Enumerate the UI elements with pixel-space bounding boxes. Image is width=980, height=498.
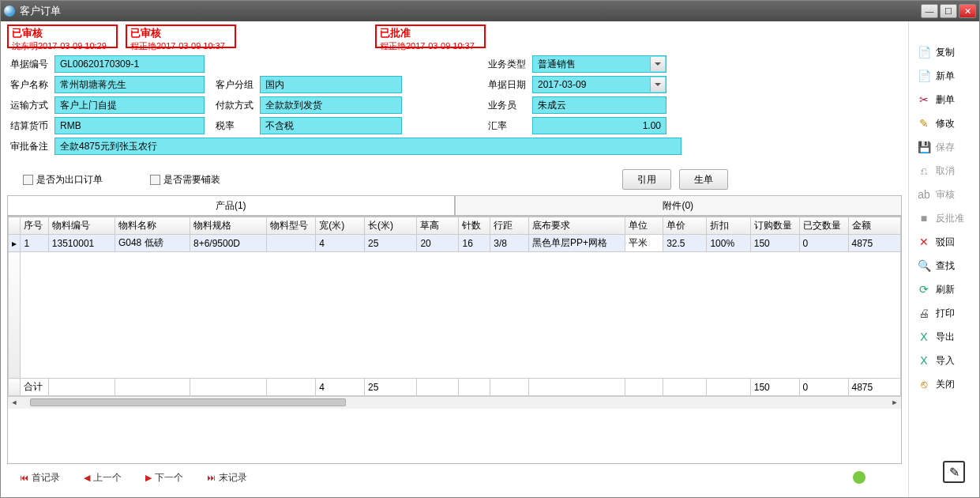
table-row [9, 252, 901, 379]
approval-stamps: 已审核 沈东明2017-03-09 10:29 已审核 程正艳2017-03-0… [7, 25, 902, 48]
export-icon: X [917, 330, 931, 344]
sidebar-item-del[interactable]: ✂删单 [912, 88, 976, 111]
grid-total-cell: 25 [365, 379, 417, 396]
sidebar-item-refresh[interactable]: ⟳刷新 [912, 277, 976, 301]
sidebar-item-label: 反批准 [936, 212, 964, 225]
tab-attachments[interactable]: 附件(0) [455, 195, 903, 215]
sidebar-item-label: 复制 [936, 46, 955, 59]
main-panel: 已审核 沈东明2017-03-09 10:29 已审核 程正艳2017-03-0… [1, 21, 908, 497]
grid-column-header[interactable]: 序号 [21, 217, 48, 235]
grid-column-header[interactable]: 单价 [663, 217, 707, 235]
header-form: 单据编号 GL00620170309-1 业务类型 普通销售 客户名称 常州胡塘… [7, 55, 902, 156]
grid-cell[interactable]: 4875 [848, 235, 900, 252]
grid-column-header[interactable]: 草高 [417, 217, 459, 235]
grid-cell[interactable]: 0 [799, 235, 848, 252]
grid-total-cell [625, 379, 663, 396]
prev-record-button[interactable]: ◀上一个 [84, 471, 122, 485]
checkbox-icon [23, 175, 33, 185]
grid-cell[interactable]: 16 [459, 235, 490, 252]
first-icon: ⏮ [20, 473, 28, 482]
scroll-thumb[interactable] [30, 398, 346, 406]
grid-column-header[interactable]: 物料规格 [190, 217, 266, 235]
ship-field[interactable]: 客户上门自提 [54, 96, 205, 114]
cancel-icon: ⎌ [917, 164, 931, 178]
grid-total-cell [707, 379, 750, 396]
app-icon [4, 6, 15, 17]
grid-column-header[interactable]: 宽(米) [316, 217, 365, 235]
note-field[interactable]: 全款4875元到张玉农行 [54, 138, 681, 155]
grid-cell[interactable]: 150 [750, 235, 799, 252]
sidebar-item-print[interactable]: 🖨打印 [912, 301, 976, 325]
sidebar-item-import[interactable]: X导入 [912, 349, 976, 372]
tax-field[interactable]: 不含税 [260, 117, 402, 134]
sidebar-item-reject[interactable]: ✕驳回 [912, 230, 976, 254]
grid-cell[interactable]: 20 [417, 235, 459, 252]
last-record-button[interactable]: ⏭末记录 [207, 471, 247, 485]
first-record-button[interactable]: ⏮首记录 [20, 471, 60, 485]
generate-button[interactable]: 生单 [679, 169, 728, 190]
window-root: 客户订单 — ☐ ✕ 已审核 沈东明2017-03-09 10:29 已审核 程… [0, 0, 980, 498]
sidebar-item-edit[interactable]: ✎修改 [912, 111, 976, 135]
grid-cell[interactable]: 25 [365, 235, 417, 252]
customer-field[interactable]: 常州胡塘蒋先生 [54, 76, 205, 93]
sidebar-item-label: 查找 [936, 259, 955, 273]
grid-column-header[interactable]: 长(米) [365, 217, 417, 235]
quote-button[interactable]: 引用 [622, 169, 671, 190]
grid-cell[interactable]: 3/8 [490, 235, 529, 252]
grid-column-header[interactable]: 行距 [490, 217, 529, 235]
sidebar-item-export[interactable]: X导出 [912, 325, 976, 349]
print-icon: 🖨 [917, 306, 931, 320]
minimize-button[interactable]: — [921, 4, 938, 18]
del-icon: ✂ [917, 92, 931, 107]
note-icon[interactable]: ✎ [943, 461, 965, 483]
cust-group-field[interactable]: 国内 [260, 76, 402, 93]
grid-cell[interactable]: 4 [316, 235, 365, 252]
grid-cell[interactable]: 黑色单层PP+网格 [528, 235, 625, 252]
grid-column-header[interactable]: 针数 [459, 217, 490, 235]
pay-field[interactable]: 全款款到发货 [260, 96, 402, 114]
grid-cell[interactable]: 1 [21, 235, 48, 252]
save-icon: 💾 [917, 140, 931, 154]
scroll-left-icon[interactable]: ◄ [8, 397, 21, 408]
export-order-checkbox[interactable]: 是否为出口订单 [23, 173, 103, 187]
grid-column-header[interactable]: 物料型号 [267, 217, 316, 235]
sidebar-item-new[interactable]: 📄新单 [912, 64, 976, 88]
grid-column-header[interactable]: 物料编号 [48, 217, 115, 235]
grid-cell[interactable] [267, 235, 316, 252]
grid-column-header[interactable]: 单位 [625, 217, 663, 235]
sales-field[interactable]: 朱成云 [532, 96, 666, 114]
find-icon: 🔍 [917, 258, 931, 273]
grid-cell[interactable]: G048 低磅 [115, 235, 190, 252]
paving-checkbox[interactable]: 是否需要铺装 [150, 173, 220, 187]
grid-column-header[interactable]: 折扣 [707, 217, 750, 235]
grid-cell[interactable]: 32.5 [663, 235, 707, 252]
grid-horizontal-scrollbar[interactable]: ◄ ► [8, 396, 901, 409]
doc-no-field[interactable]: GL00620170309-1 [54, 55, 205, 73]
sidebar-item-close[interactable]: ⎋关闭 [912, 372, 976, 396]
grid-column-header[interactable]: 物料名称 [115, 217, 190, 235]
sidebar-item-label: 导出 [936, 330, 955, 344]
sidebar-item-find[interactable]: 🔍查找 [912, 254, 976, 277]
next-icon: ▶ [145, 473, 152, 483]
currency-field[interactable]: RMB [54, 117, 205, 134]
close-button[interactable]: ✕ [959, 4, 976, 18]
tab-products[interactable]: 产品(1) [7, 195, 455, 215]
doc-date-field[interactable]: 2017-03-09 [532, 76, 666, 93]
maximize-button[interactable]: ☐ [940, 4, 957, 18]
table-row[interactable]: ▸113510001G048 低磅8+6/9500D42520163/8黑色单层… [9, 235, 901, 252]
grid-column-header[interactable]: 底布要求 [528, 217, 625, 235]
grid-cell[interactable]: 8+6/9500D [190, 235, 266, 252]
biz-type-field[interactable]: 普通销售 [532, 55, 666, 73]
next-record-button[interactable]: ▶下一个 [145, 471, 183, 485]
grid-column-header[interactable]: 已交数量 [799, 217, 848, 235]
grid-cell[interactable]: 13510001 [48, 235, 115, 252]
sidebar-item-label: 刷新 [936, 283, 955, 296]
scroll-right-icon[interactable]: ► [888, 397, 901, 408]
grid-column-header[interactable]: 金额 [848, 217, 900, 235]
grid-column-header[interactable]: 订购数量 [750, 217, 799, 235]
grid-total-cell [417, 379, 459, 396]
rate-field[interactable]: 1.00 [532, 117, 666, 134]
grid-cell[interactable]: 平米 [625, 235, 663, 252]
grid-cell[interactable]: 100% [707, 235, 750, 252]
sidebar-item-copy[interactable]: 📄复制 [912, 40, 976, 64]
